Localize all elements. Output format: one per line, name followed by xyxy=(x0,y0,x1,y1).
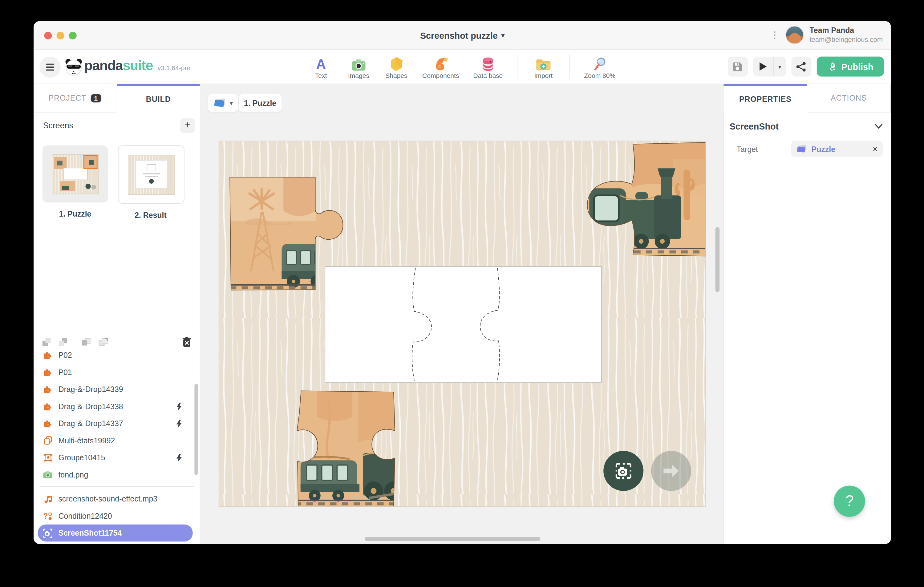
layer-label: Condition12420 xyxy=(58,511,193,521)
layer-item-screenshot11754[interactable]: ScreenShot11754 xyxy=(38,525,193,541)
camera-icon xyxy=(351,55,366,71)
share-icon xyxy=(796,61,806,72)
tab-build-label: BUILD xyxy=(146,94,171,104)
jigsaw-outline xyxy=(325,267,601,382)
layer-item-condition12420[interactable]: ?Condition12420 xyxy=(38,507,193,524)
tool-zoom[interactable]: Zoom 80% xyxy=(584,55,615,79)
screens-title: Screens xyxy=(43,121,73,130)
hamburger-icon xyxy=(46,63,54,71)
tool-text[interactable]: A Text xyxy=(309,55,333,79)
question-icon: ? xyxy=(845,492,854,510)
svg-text:?: ? xyxy=(43,511,48,520)
puzzle-piece-icon xyxy=(43,368,53,377)
target-row: Target Puzzle × xyxy=(737,141,883,157)
tool-label: Images xyxy=(348,71,369,79)
caret-down-icon: ▾ xyxy=(501,31,505,39)
puzzle-piece-icon xyxy=(43,351,53,360)
screen-item-puzzle[interactable]: 1. Puzzle xyxy=(43,146,108,220)
target-chip[interactable]: Puzzle × xyxy=(791,141,883,157)
layer-label: Groupe10415 xyxy=(58,453,170,462)
layer-label: P01 xyxy=(58,368,193,377)
project-badge: 1 xyxy=(91,94,102,102)
send-back-button[interactable] xyxy=(98,337,108,347)
layers-scrollbar[interactable] xyxy=(194,384,198,475)
brand-name-suite: suite xyxy=(122,58,153,73)
brand-name-panda: panda xyxy=(84,58,123,73)
send-backward-button[interactable] xyxy=(58,337,68,347)
toolbar-separator xyxy=(517,54,517,79)
tool-import[interactable]: Import xyxy=(531,55,555,79)
puzzle-piece-windmill[interactable] xyxy=(228,175,348,292)
puzzle-piece-locomotive[interactable] xyxy=(584,141,705,257)
screenshot-button[interactable] xyxy=(603,451,644,491)
puzzle-dropzone[interactable] xyxy=(325,266,602,383)
add-screen-button[interactable]: + xyxy=(180,118,195,133)
tab-build[interactable]: BUILD xyxy=(117,84,200,113)
tool-database[interactable]: Data base xyxy=(473,55,503,79)
layer-item-drag-drop14338[interactable]: Drag-&-Drop14338 xyxy=(38,398,193,415)
layer-label: Multi-états19992 xyxy=(58,436,193,445)
bring-forward-button[interactable] xyxy=(42,337,51,347)
layer-item-drag-drop14337[interactable]: Drag-&-Drop14337 xyxy=(38,415,193,432)
tab-actions[interactable]: ACTIONS xyxy=(807,84,891,113)
screenshot-section-toggle[interactable]: ScreenShot xyxy=(730,118,883,134)
share-button[interactable] xyxy=(791,57,811,77)
layer-label: Drag-&-Drop14338 xyxy=(58,402,170,411)
layer-item-drag-drop14339[interactable]: Drag-&-Drop14339 xyxy=(38,381,193,398)
play-button[interactable] xyxy=(753,57,773,77)
overflow-menu-icon[interactable]: ⋮ xyxy=(770,30,780,40)
arrow-right-icon xyxy=(663,463,680,479)
publish-label: Publish xyxy=(842,61,873,72)
screen: Screenshot puzzle ▾ ⋮ Team Panda team@be… xyxy=(0,0,924,587)
layer-item-fond-png[interactable]: fond.png xyxy=(38,466,193,483)
layer-item-groupe10415[interactable]: Groupe10415 xyxy=(38,449,193,466)
floppy-icon xyxy=(733,61,743,72)
screen-switcher-chip[interactable]: ▾ xyxy=(208,94,238,112)
rocket-icon xyxy=(827,62,837,71)
puzzle-piece-icon xyxy=(43,402,53,411)
tab-project[interactable]: PROJECT 1 xyxy=(33,84,117,113)
tool-label: Zoom 80% xyxy=(584,71,615,79)
tool-images[interactable]: Images xyxy=(347,55,371,79)
tool-label: Components xyxy=(422,71,459,79)
tab-properties[interactable]: PROPERTIES xyxy=(723,84,807,113)
tool-components[interactable]: Components xyxy=(422,55,459,79)
artboard[interactable] xyxy=(219,141,705,506)
layer-item-p01[interactable]: P01 xyxy=(38,363,193,381)
send-back-icon xyxy=(98,337,108,347)
current-screen-chip[interactable]: 1. Puzzle xyxy=(239,94,282,112)
chevron-down-icon xyxy=(874,123,883,128)
tool-label: Shapes xyxy=(385,71,407,79)
tool-shapes[interactable]: Shapes xyxy=(385,55,408,79)
window-title-dropdown[interactable]: Screenshot puzzle ▾ xyxy=(33,21,891,49)
layer-item-multi-tats19992[interactable]: Multi-états19992 xyxy=(38,432,193,449)
save-button[interactable] xyxy=(728,57,748,77)
puzzle-piece-wagon[interactable] xyxy=(294,390,400,506)
remove-target-button[interactable]: × xyxy=(873,144,878,154)
layer-item-screenshot-sound-effect-mp3[interactable]: screenshot-sound-effect.mp3 xyxy=(38,490,193,507)
screen-item-result[interactable]: 2. Result xyxy=(118,146,183,220)
canvas-area: ▾ 1. Puzzle xyxy=(201,84,723,544)
canvas-horizontal-scrollbar[interactable] xyxy=(365,537,540,541)
group-icon xyxy=(43,453,53,462)
account-name: Team Panda xyxy=(809,26,883,36)
delete-layer-button[interactable] xyxy=(182,337,191,347)
avatar[interactable] xyxy=(785,26,804,44)
publish-button[interactable]: Publish xyxy=(817,57,884,77)
magnifier-icon xyxy=(593,55,606,71)
tool-label: Import xyxy=(535,71,553,79)
bring-front-button[interactable] xyxy=(81,337,91,347)
current-screen-label: 1. Puzzle xyxy=(244,99,276,107)
caret-down-icon: ▾ xyxy=(778,63,781,70)
sidebar: PROJECT 1 BUILD Screens + xyxy=(33,84,200,544)
menu-button[interactable] xyxy=(40,56,61,77)
account-email: team@beingenious.com xyxy=(809,36,883,44)
titlebar: Screenshot puzzle ▾ ⋮ Team Panda team@be… xyxy=(33,21,891,50)
help-button[interactable]: ? xyxy=(834,485,865,516)
folder-plus-icon xyxy=(536,55,551,71)
play-dropdown[interactable]: ▾ xyxy=(773,57,786,77)
multi-state-icon xyxy=(43,436,53,445)
screenshot-icon xyxy=(43,528,53,538)
next-button[interactable] xyxy=(651,451,691,491)
canvas-vertical-scrollbar[interactable] xyxy=(716,227,719,292)
